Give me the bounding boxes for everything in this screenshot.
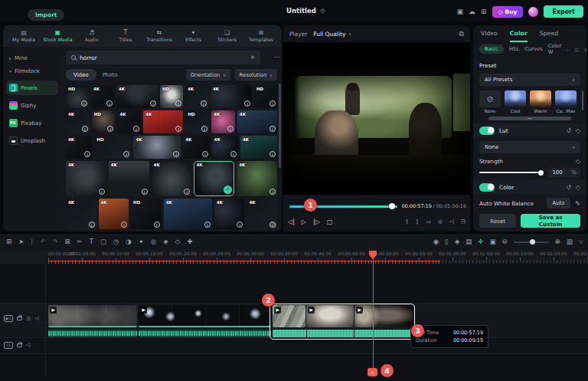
toolbar-divider[interactable]: | <box>31 238 33 245</box>
import-button[interactable]: Import <box>28 9 64 21</box>
awb-auto-button[interactable]: Auto <box>547 198 571 209</box>
media-thumbnail[interactable]: 4K↓ <box>183 136 209 159</box>
zoom-out-icon[interactable]: ⊖ <box>501 238 507 245</box>
sidebar-item-unsplash[interactable]: Unsplash <box>6 133 58 148</box>
snapshot-button[interactable]: ◎ <box>438 218 443 225</box>
auto-select-icon[interactable]: ➤ <box>18 238 24 245</box>
chroma-key-icon[interactable]: ◈ <box>163 238 168 245</box>
download-icon[interactable]: ↓ <box>142 189 148 195</box>
download-icon[interactable]: ↓ <box>204 222 211 228</box>
history-clock-icon[interactable]: ◷ <box>270 221 276 228</box>
render-preview-icon[interactable]: ▤ <box>466 238 472 245</box>
sidebar-item-giphy[interactable]: Giphy <box>6 98 58 113</box>
lock-icon[interactable] <box>17 343 22 347</box>
media-thumbnail[interactable]: 4K↓ <box>91 85 114 108</box>
filter-dropdown-resolution[interactable]: Resolution∨ <box>235 69 277 80</box>
eyedropper-icon[interactable]: ✎ <box>575 200 580 207</box>
mute-track-icon[interactable]: ◁ <box>34 316 38 321</box>
color-toggle[interactable] <box>479 183 495 192</box>
clear-search-icon[interactable]: ✕ <box>250 54 255 61</box>
preset-cool[interactable]: Cool <box>505 90 526 113</box>
download-icon[interactable]: ↓ <box>133 126 139 132</box>
strength-slider-knob[interactable] <box>538 170 544 176</box>
color-reset-icon[interactable]: ↺ <box>566 184 571 191</box>
track-height-icon[interactable]: ▥ <box>567 238 573 245</box>
media-scrollbar[interactable] <box>279 84 281 168</box>
sidebar-item-pexels[interactable]: Pexels <box>6 80 58 95</box>
step-forward-button[interactable]: |▷ <box>313 218 320 225</box>
preset-expand-handle[interactable] <box>488 117 571 120</box>
export-button[interactable]: Export <box>544 5 583 18</box>
media-thumbnail[interactable]: HD↓ <box>94 136 131 159</box>
download-icon[interactable]: ↓ <box>270 189 276 195</box>
media-thumbnail[interactable]: 4K↓ <box>164 199 212 229</box>
media-thumbnail[interactable]: 4K↓ <box>212 136 238 159</box>
media-thumbnail[interactable]: 4K↓ <box>66 199 96 229</box>
lut-reset-icon[interactable]: ↺ <box>566 127 571 134</box>
text-icon[interactable]: T <box>90 238 93 245</box>
download-icon[interactable]: ↓ <box>227 126 234 132</box>
hide-track-icon[interactable]: ◎ <box>26 316 31 321</box>
compare-view-icon[interactable]: ⧉ <box>459 30 464 38</box>
preset-dropdown[interactable]: All Presets ∨ <box>479 74 580 86</box>
download-icon[interactable]: ↓ <box>201 100 207 107</box>
display-mode-button[interactable]: ▭ <box>426 218 431 225</box>
download-icon[interactable]: ↓ <box>89 222 95 228</box>
timeline-clip-4[interactable]: ▶ <box>306 305 354 327</box>
video-preview[interactable] <box>283 42 470 195</box>
media-thumbnail[interactable]: 4K↓ <box>143 110 183 133</box>
media-thumbnail[interactable]: 4K↓ <box>66 161 106 196</box>
media-thumbnail[interactable]: 4K↓ <box>117 110 141 133</box>
track-height-caret[interactable]: ∨ <box>579 238 583 245</box>
stop-button[interactable]: □ <box>327 218 333 225</box>
speed-icon[interactable]: ◷ <box>113 238 119 245</box>
step-back-button[interactable]: ◁| <box>288 218 295 225</box>
strength-value[interactable]: 100 <box>548 168 567 177</box>
buy-button[interactable]: ◇Buy <box>492 6 524 18</box>
snap-icon[interactable]: ✛ <box>478 238 483 245</box>
tab-audio[interactable]: ♬Audio <box>76 30 108 42</box>
preset-none[interactable]: ⊘None <box>479 90 501 113</box>
download-icon[interactable]: ↓ <box>84 151 90 157</box>
download-icon[interactable]: ↓ <box>150 100 156 107</box>
sidebar-item-filmstock[interactable]: ▾Filmstock <box>6 64 58 77</box>
avatar[interactable] <box>528 7 538 17</box>
audio-waveform-2[interactable] <box>139 330 271 337</box>
media-thumbnail[interactable]: 4K↓ <box>211 85 252 108</box>
mute-track-icon[interactable]: ◁ <box>26 343 30 348</box>
fullscreen-button[interactable]: ◳ <box>460 218 466 225</box>
audio-track-lane[interactable] <box>0 339 588 354</box>
subtab-color-w[interactable]: Color W <box>548 43 562 55</box>
tab-templates[interactable]: ⊞Templates <box>245 30 277 42</box>
download-icon[interactable]: ↓ <box>244 100 250 107</box>
preset-scrollbar[interactable] <box>582 90 583 110</box>
download-icon[interactable]: ↓ <box>270 100 276 107</box>
media-thumbnail[interactable]: 4K↓ <box>211 110 235 133</box>
subtab-curves[interactable]: Curves <box>524 46 543 52</box>
search-input[interactable]: horror <box>80 54 247 61</box>
media-thumbnail[interactable]: HD↓ <box>185 110 209 133</box>
zoom-slider-knob[interactable] <box>530 239 535 245</box>
media-thumbnail[interactable]: 4K↓ <box>99 199 129 229</box>
split-compare-icon[interactable]: ◫ <box>574 47 579 52</box>
color-keyframe-icon[interactable]: ◇ <box>576 184 580 191</box>
delete-icon[interactable]: ⊠ <box>64 238 70 245</box>
search-bar[interactable]: horror ✕ <box>66 51 260 64</box>
seek-knob[interactable] <box>389 203 395 209</box>
media-thumbnail[interactable]: 4K↓ <box>237 110 277 133</box>
search-more-icon[interactable]: ⋯ <box>273 54 280 61</box>
tab-my-media[interactable]: ▤My Media <box>8 30 40 42</box>
audio-mixer-icon[interactable]: ◈ <box>455 238 460 245</box>
media-thumbnail[interactable]: 4K↓ <box>185 85 208 108</box>
more-subtabs-chevron-icon[interactable]: › <box>567 47 569 52</box>
add-marker-icon[interactable]: ✚ <box>187 238 192 245</box>
subtab-basic[interactable]: Basic <box>479 44 504 54</box>
media-thumbnail[interactable]: 4K↓ <box>152 161 192 196</box>
volume-button[interactable]: ◁ <box>449 218 453 225</box>
download-icon[interactable]: ↓ <box>201 126 207 132</box>
download-icon[interactable]: ↓ <box>202 151 208 157</box>
timeline-clip-5[interactable]: ▶ <box>354 305 413 327</box>
timeline-clip-2[interactable]: ▶ <box>139 305 271 327</box>
download-icon[interactable]: ↓ <box>99 189 105 195</box>
effects-icon[interactable]: ✦ <box>139 238 144 245</box>
